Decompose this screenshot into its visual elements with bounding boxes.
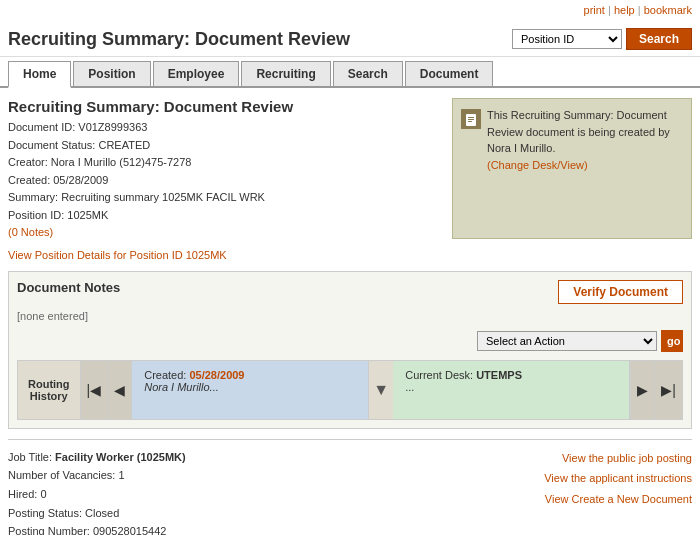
tab-search[interactable]: Search xyxy=(333,61,403,86)
tab-position[interactable]: Position xyxy=(73,61,150,86)
svg-rect-3 xyxy=(468,121,472,122)
info-box-message: This Recruiting Summary: Document Review… xyxy=(487,109,670,154)
notes-link[interactable]: (0 Notes) xyxy=(8,226,53,238)
info-section: Recruiting Summary: Document Review Docu… xyxy=(8,98,692,239)
posting-number-value: 090528015442 xyxy=(93,525,166,535)
doc-notes-content: [none entered] xyxy=(17,310,683,322)
doc-id: Document ID: V01Z8999363 xyxy=(8,119,442,137)
created-date: 05/28/2009 xyxy=(189,369,244,381)
top-links: print | help | bookmark xyxy=(584,4,692,16)
doc-summary: Summary: Recruiting summary 1025MK FACIL… xyxy=(8,189,442,207)
info-left: Recruiting Summary: Document Review Docu… xyxy=(8,98,442,239)
tab-recruiting[interactable]: Recruiting xyxy=(241,61,330,86)
routing-prev-button[interactable]: ◀ xyxy=(108,361,132,419)
page-wrapper: print | help | bookmark Recruiting Summa… xyxy=(0,0,700,535)
vacancies-row: Number of Vacancies: 1 xyxy=(8,466,278,485)
routing-arrow: ▼ xyxy=(369,361,393,419)
posting-number-label: Posting Number: xyxy=(8,525,90,535)
posting-status-label: Posting Status: xyxy=(8,507,82,519)
info-icon xyxy=(461,109,481,129)
verify-document-button[interactable]: Verify Document xyxy=(558,280,683,304)
nav-tabs: Home Position Employee Recruiting Search… xyxy=(0,61,700,88)
doc-notes-title: Document Notes xyxy=(17,280,120,295)
tab-home[interactable]: Home xyxy=(8,61,71,88)
help-link[interactable]: help xyxy=(614,4,635,16)
posting-number-row: Posting Number: 090528015442 xyxy=(8,522,278,535)
vacancies-label: Number of Vacancies: xyxy=(8,469,115,481)
bookmark-link[interactable]: bookmark xyxy=(644,4,692,16)
search-button[interactable]: Search xyxy=(626,28,692,50)
doc-created: Created: 05/28/2009 xyxy=(8,172,442,190)
routing-first-button[interactable]: |◀ xyxy=(81,361,109,419)
job-title-label: Job Title: xyxy=(8,451,52,463)
hired-value: 0 xyxy=(40,488,46,500)
doc-notes-header: Document Notes Verify Document xyxy=(17,280,683,304)
routing-last-button[interactable]: ▶| xyxy=(654,361,682,419)
change-desk-link[interactable]: (Change Desk/View) xyxy=(487,159,588,171)
search-bar: Position ID Employee ID Document ID Sear… xyxy=(512,28,692,50)
page-title: Recruiting Summary: Document Review xyxy=(8,29,350,50)
svg-rect-2 xyxy=(468,119,474,120)
info-box: This Recruiting Summary: Document Review… xyxy=(452,98,692,239)
routing-item-current: Current Desk: UTEMPS ... xyxy=(393,361,630,419)
public-posting-link[interactable]: View the public job posting xyxy=(544,448,692,469)
tab-employee[interactable]: Employee xyxy=(153,61,240,86)
tab-document[interactable]: Document xyxy=(405,61,494,86)
applicant-instructions-link[interactable]: View the applicant instructions xyxy=(544,468,692,489)
routing-section: RoutingHistory |◀ ◀ Created: 05/28/2009 … xyxy=(17,360,683,420)
routing-items: Created: 05/28/2009 Nora I Murillo... ▼ … xyxy=(132,361,630,419)
current-label: Current Desk: UTEMPS xyxy=(405,369,617,381)
posting-status-value: Closed xyxy=(85,507,119,519)
current-desk: UTEMPS xyxy=(476,369,522,381)
job-section: Job Title: Facility Worker (1025MK) Numb… xyxy=(8,439,692,535)
action-select[interactable]: Select an Action xyxy=(477,331,657,351)
vacancies-value: 1 xyxy=(118,469,124,481)
info-box-text: This Recruiting Summary: Document Review… xyxy=(487,107,683,173)
action-go-button[interactable]: go xyxy=(661,330,683,352)
action-row: Select an Action go xyxy=(17,330,683,352)
job-right: View the public job posting View the app… xyxy=(544,448,692,535)
doc-notes-section: Document Notes Verify Document [none ent… xyxy=(8,271,692,429)
job-title-value: Facility Worker (1025MK) xyxy=(55,451,186,463)
main-content: Recruiting Summary: Document Review Docu… xyxy=(0,88,700,535)
created-label: Created: 05/28/2009 xyxy=(144,369,356,381)
posting-status-row: Posting Status: Closed xyxy=(8,504,278,523)
print-link[interactable]: print xyxy=(584,4,605,16)
job-left: Job Title: Facility Worker (1025MK) Numb… xyxy=(8,448,278,535)
routing-item-created: Created: 05/28/2009 Nora I Murillo... xyxy=(132,361,369,419)
doc-position: Position ID: 1025MK xyxy=(8,207,442,225)
job-title-row: Job Title: Facility Worker (1025MK) xyxy=(8,448,278,467)
routing-label: RoutingHistory xyxy=(18,361,81,419)
doc-creator: Creator: Nora I Murillo (512)475-7278 xyxy=(8,154,442,172)
new-document-link[interactable]: View Create a New Document xyxy=(544,489,692,510)
created-person: Nora I Murillo... xyxy=(144,381,356,393)
search-type-select[interactable]: Position ID Employee ID Document ID xyxy=(512,29,622,49)
doc-status: Document Status: CREATED xyxy=(8,137,442,155)
position-details-link[interactable]: View Position Details for Position ID 10… xyxy=(8,249,692,261)
hired-row: Hired: 0 xyxy=(8,485,278,504)
hired-label: Hired: xyxy=(8,488,37,500)
svg-rect-1 xyxy=(468,117,474,118)
current-person: ... xyxy=(405,381,617,393)
section-title: Recruiting Summary: Document Review xyxy=(8,98,442,115)
routing-next-button[interactable]: ▶ xyxy=(630,361,654,419)
